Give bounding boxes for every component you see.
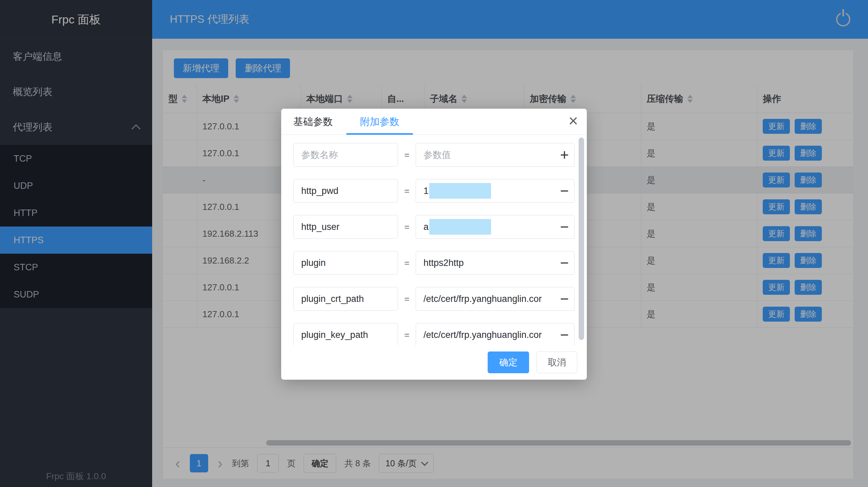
remove-param-button[interactable]: − [560,255,569,270]
param-value-input[interactable]: /etc/cert/frp.yanghuanglin.cor− [416,323,575,345]
param-row: plugin=https2http− [293,251,587,275]
param-row: plugin_crt_path=/etc/cert/frp.yanghuangl… [293,287,587,311]
param-row: http_user=a− [293,215,587,239]
remove-param-button[interactable]: − [560,219,569,234]
edit-proxy-dialog: 基础参数 附加参数 × 参数名称=参数值+http_pwd=1−http_use… [281,109,587,380]
param-name-input[interactable]: plugin [293,251,398,275]
param-name-input[interactable]: plugin_key_path [293,323,398,345]
param-name-text: plugin [301,258,326,268]
tab-basic-params[interactable]: 基础参数 [293,109,346,134]
equals-label: = [398,150,416,160]
equals-label: = [398,258,416,268]
param-value-text: 1 [423,186,429,196]
text-selection-highlight [429,183,491,199]
equals-label: = [398,330,416,340]
dialog-body: 参数名称=参数值+http_pwd=1−http_user=a−plugin=h… [281,135,587,345]
param-name-placeholder: 参数名称 [301,149,338,161]
param-name-text: http_pwd [301,186,339,196]
param-value-input[interactable]: https2http− [416,251,575,275]
remove-param-button[interactable]: − [560,291,569,306]
param-row: 参数名称=参数值+ [293,143,587,167]
param-name-input[interactable]: http_pwd [293,179,398,203]
param-value-text: /etc/cert/frp.yanghuanglin.cor [423,294,542,304]
add-param-button[interactable]: + [560,147,569,162]
dialog-tabs: 基础参数 附加参数 [281,109,587,135]
cancel-button[interactable]: 取消 [537,351,577,373]
equals-label: = [398,222,416,232]
param-list: 参数名称=参数值+http_pwd=1−http_user=a−plugin=h… [293,143,587,345]
param-row: http_pwd=1− [293,179,587,203]
param-value-placeholder: 参数值 [423,149,451,161]
confirm-button[interactable]: 确定 [488,351,529,373]
param-name-text: plugin_key_path [301,330,368,340]
equals-label: = [398,186,416,196]
tab-extra-params[interactable]: 附加参数 [346,109,413,134]
remove-param-button[interactable]: − [560,327,569,342]
dialog-footer: 确定 取消 [281,345,577,380]
param-name-input[interactable]: http_user [293,215,398,239]
dialog-scrollbar[interactable] [579,138,584,340]
param-value-text: a [423,222,429,232]
param-value-text: /etc/cert/frp.yanghuanglin.cor [423,330,542,340]
param-value-input[interactable]: a− [416,215,575,239]
param-row: plugin_key_path=/etc/cert/frp.yanghuangl… [293,323,587,345]
close-icon[interactable]: × [568,113,578,129]
param-value-input[interactable]: /etc/cert/frp.yanghuanglin.cor− [416,287,575,311]
param-value-input[interactable]: 参数值+ [416,143,575,167]
param-value-text: https2http [423,258,464,268]
equals-label: = [398,294,416,304]
param-value-input[interactable]: 1− [416,179,575,203]
param-name-input[interactable]: plugin_crt_path [293,287,398,311]
param-name-input[interactable]: 参数名称 [293,143,398,167]
text-selection-highlight [429,219,491,235]
param-name-text: http_user [301,222,340,232]
param-name-text: plugin_crt_path [301,294,364,304]
remove-param-button[interactable]: − [560,183,569,198]
